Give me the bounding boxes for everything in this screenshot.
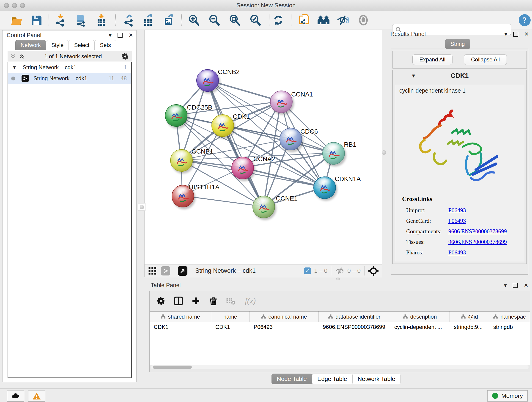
- column-header-database-identifier[interactable]: database identifier: [319, 312, 390, 322]
- float-panel-icon[interactable]: [513, 32, 518, 37]
- zoom-selected-icon[interactable]: [249, 14, 262, 27]
- table-row[interactable]: CDK1CDK1P064939606.ENSP00000378699cyclin…: [150, 322, 530, 332]
- crosslink-link[interactable]: P06493: [448, 218, 466, 224]
- crosslink-link[interactable]: P06493: [448, 207, 466, 214]
- table-cell[interactable]: stringdb: [489, 322, 530, 332]
- column-header-shared-name[interactable]: shared name: [150, 312, 211, 322]
- vertical-splitter-handle[interactable]: [138, 203, 146, 211]
- refresh-icon[interactable]: [272, 14, 285, 27]
- show-columns-icon[interactable]: [174, 296, 183, 306]
- panel-menu-icon[interactable]: ▾: [505, 31, 507, 37]
- collapse-all-icon[interactable]: [10, 53, 16, 60]
- network-collection-row[interactable]: ▼ String Network – cdk1 1: [8, 62, 131, 73]
- network-canvas[interactable]: CCNB2CCNA1CDC25BCDK1CDC6RB1CCNB1CCNA2CDK…: [144, 30, 382, 264]
- tab-network[interactable]: Network: [15, 40, 46, 50]
- hide-selected-icon[interactable]: [336, 14, 349, 27]
- section-expander-icon[interactable]: ▼: [411, 73, 416, 79]
- zoom-out-icon[interactable]: [208, 14, 221, 27]
- network-node-CDK1[interactable]: [211, 114, 234, 137]
- expand-all-icon[interactable]: [19, 53, 25, 60]
- scrollbar-thumb[interactable]: [153, 366, 192, 369]
- column-header-name[interactable]: name: [211, 312, 249, 322]
- crosshair-icon[interactable]: [368, 266, 379, 276]
- delete-table-icon[interactable]: [226, 296, 235, 306]
- network-node-CDC6[interactable]: [279, 128, 302, 150]
- minimize-window-icon[interactable]: [12, 3, 17, 8]
- crosslink-link[interactable]: P06493: [448, 249, 466, 256]
- horizontal-scrollbar[interactable]: [151, 365, 529, 369]
- network-node-CDKN1A[interactable]: [313, 177, 336, 199]
- network-node-CCNA1[interactable]: [270, 90, 293, 113]
- zoom-fit-icon[interactable]: [228, 14, 241, 27]
- edge-HIST1H1A-CCNE1[interactable]: [182, 196, 263, 206]
- show-all-icon[interactable]: [357, 14, 370, 27]
- function-builder-icon[interactable]: f(x): [245, 297, 256, 305]
- close-window-icon[interactable]: [4, 3, 9, 8]
- close-panel-icon[interactable]: ✕: [524, 31, 529, 37]
- zoom-window-icon[interactable]: [20, 3, 25, 8]
- import-table-icon[interactable]: [95, 14, 108, 27]
- import-database-icon[interactable]: [75, 14, 87, 27]
- network-node-CCNA2[interactable]: [231, 157, 254, 179]
- table-cell[interactable]: CDK1: [211, 322, 249, 332]
- table-cell[interactable]: stringdb:9...: [450, 322, 489, 332]
- table-cell[interactable]: cyclin-dependent ...: [390, 322, 450, 332]
- export-table-icon[interactable]: [142, 14, 155, 27]
- first-neighbors-icon[interactable]: [317, 14, 330, 27]
- table-cell[interactable]: P06493: [249, 322, 319, 332]
- collapse-all-button[interactable]: Collapse All: [464, 54, 507, 65]
- panel-menu-icon[interactable]: ▾: [109, 32, 112, 38]
- column-header-canonical-name[interactable]: canonical name: [249, 312, 319, 322]
- export-network-icon[interactable]: [123, 14, 135, 27]
- crosslink-link[interactable]: 9606.ENSP00000378699: [448, 239, 507, 245]
- close-panel-icon[interactable]: ✕: [524, 282, 528, 288]
- float-panel-icon[interactable]: [513, 283, 518, 288]
- birdseye-view-icon[interactable]: [178, 266, 187, 276]
- column-header-description[interactable]: description: [390, 312, 450, 322]
- zoom-in-icon[interactable]: [187, 14, 200, 27]
- vertical-splitter-handle[interactable]: [380, 149, 387, 156]
- delete-column-icon[interactable]: [209, 296, 218, 306]
- expand-all-button[interactable]: Expand All: [412, 54, 452, 65]
- column-header-namespac[interactable]: namespac: [489, 312, 530, 322]
- panel-menu-icon[interactable]: ▾: [504, 282, 507, 288]
- network-node-CCNB1[interactable]: [170, 149, 193, 172]
- open-session-icon[interactable]: [11, 14, 23, 27]
- memory-button[interactable]: Memory: [487, 390, 528, 402]
- table-cell[interactable]: 9606.ENSP00000378699: [319, 322, 390, 332]
- tab-style[interactable]: Style: [46, 40, 69, 50]
- help-icon[interactable]: ?: [518, 14, 531, 27]
- crosslink-link[interactable]: 9606.ENSP00000378699: [448, 228, 507, 235]
- close-panel-icon[interactable]: ✕: [128, 32, 133, 38]
- tab-string[interactable]: String: [445, 39, 470, 49]
- cloud-button[interactable]: [7, 390, 24, 402]
- network-node-CCNB2[interactable]: [196, 69, 219, 92]
- node-table[interactable]: shared namenamecanonical namedatabase id…: [150, 311, 530, 365]
- window-controls[interactable]: [4, 3, 28, 9]
- tab-edge-table[interactable]: Edge Table: [312, 374, 352, 384]
- selected-checkbox-icon[interactable]: ✓: [304, 268, 311, 274]
- add-column-icon[interactable]: [191, 296, 201, 306]
- table-cell[interactable]: CDK1: [150, 322, 211, 332]
- hidden-eye-icon[interactable]: [335, 266, 344, 275]
- network-node-CDC25B[interactable]: [165, 104, 187, 127]
- network-node-CCNE1[interactable]: [253, 196, 275, 218]
- network-node-RB1[interactable]: [322, 142, 345, 165]
- tab-sets[interactable]: Sets: [95, 40, 116, 50]
- column-header--id[interactable]: @id: [450, 312, 489, 322]
- gear-icon[interactable]: [121, 52, 129, 60]
- export-image-icon[interactable]: [162, 14, 175, 27]
- tree-expander-icon[interactable]: ▼: [12, 65, 17, 70]
- save-session-icon[interactable]: [30, 14, 43, 27]
- tab-network-table[interactable]: Network Table: [352, 374, 400, 384]
- gear-icon[interactable]: [157, 296, 166, 306]
- grid-view-icon[interactable]: [148, 267, 157, 275]
- network-view-icon[interactable]: [161, 266, 170, 275]
- import-network-icon[interactable]: [54, 14, 67, 27]
- float-panel-icon[interactable]: [118, 33, 123, 38]
- tab-select[interactable]: Select: [69, 40, 95, 50]
- warning-button[interactable]: [28, 390, 45, 402]
- tab-node-table[interactable]: Node Table: [272, 374, 312, 384]
- network-row-selected[interactable]: String Network – cdk1 11 48: [8, 73, 131, 84]
- clone-network-icon[interactable]: [298, 14, 311, 27]
